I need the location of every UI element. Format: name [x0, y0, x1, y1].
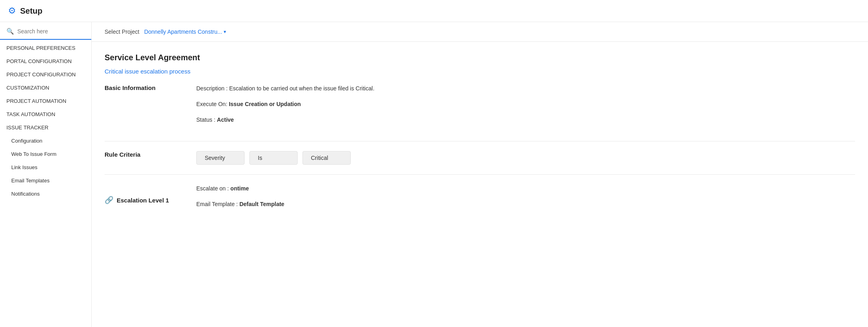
search-icon: 🔍 — [6, 28, 14, 35]
description-row: Description : Escalation to be carried o… — [196, 84, 855, 93]
escalate-on-row: Escalate on : ontime — [196, 184, 855, 193]
email-template-label: Email Template : — [196, 201, 238, 207]
sidebar-sub-item-web-to-issue-form[interactable]: Web To Issue Form — [0, 147, 91, 161]
escalate-value: ontime — [230, 185, 249, 192]
content-body: Service Level Agreement Critical issue e… — [92, 42, 868, 227]
description-value: Escalation to be carried out when the is… — [229, 85, 374, 92]
main-layout: 🔍 PERSONAL PREFERENCES PORTAL CONFIGURAT… — [0, 22, 868, 327]
escalation-level-title: 🔗 Escalation Level 1 — [105, 184, 177, 216]
criteria-critical: Critical — [302, 151, 351, 165]
sidebar-sub-item-email-templates[interactable]: Email Templates — [0, 174, 91, 187]
sidebar-item-personal-preferences[interactable]: PERSONAL PREFERENCES — [0, 41, 91, 55]
rule-criteria-details: Severity Is Critical — [196, 151, 855, 165]
sidebar-nav: PERSONAL PREFERENCES PORTAL CONFIGURATIO… — [0, 41, 91, 200]
status-label: Status : — [196, 116, 215, 123]
rule-criteria-section: Rule Criteria Severity Is Critical — [105, 151, 855, 165]
sidebar-item-portal-configuration[interactable]: PORTAL CONFIGURATION — [0, 55, 91, 68]
basic-info-section: Basic Information Description : Escalati… — [105, 84, 855, 131]
clip-icon: 🔗 — [105, 196, 113, 204]
execute-row: Execute On: Issue Creation or Updation — [196, 100, 855, 108]
email-template-value: Default Template — [239, 201, 284, 207]
escalation-link[interactable]: Critical issue escalation process — [105, 68, 190, 75]
section-divider-2 — [105, 174, 855, 175]
project-name: Donnelly Apartments Constru... — [144, 29, 222, 35]
main-content: Select Project Donnelly Apartments Const… — [92, 22, 868, 327]
execute-value: Issue Creation or Updation — [229, 101, 301, 107]
gear-icon: ⚙ — [8, 6, 16, 16]
page-title: Service Level Agreement — [105, 53, 855, 62]
status-value: Active — [217, 116, 234, 123]
search-input[interactable] — [17, 28, 85, 35]
basic-info-label: Basic Information — [105, 84, 177, 131]
basic-info-details: Description : Escalation to be carried o… — [196, 84, 855, 131]
top-bar: Select Project Donnelly Apartments Const… — [92, 22, 868, 42]
app-header: ⚙ Setup — [0, 0, 868, 22]
escalate-label: Escalate on : — [196, 185, 229, 192]
escalation-level-details: Escalate on : ontime Email Template : De… — [196, 184, 855, 216]
sidebar-item-project-automation[interactable]: PROJECT AUTOMATION — [0, 94, 91, 108]
rule-criteria-label: Rule Criteria — [105, 151, 177, 165]
sidebar-item-customization[interactable]: CUSTOMIZATION — [0, 81, 91, 94]
search-container: 🔍 — [0, 22, 91, 40]
sidebar-item-issue-tracker[interactable]: ISSUE TRACKER — [0, 121, 91, 134]
app-title: Setup — [20, 6, 43, 16]
sidebar: 🔍 PERSONAL PREFERENCES PORTAL CONFIGURAT… — [0, 22, 92, 327]
section-divider-1 — [105, 141, 855, 141]
execute-label: Execute On: — [196, 101, 227, 107]
sidebar-sub-item-notifications[interactable]: Notifications — [0, 187, 91, 200]
criteria-severity: Severity — [196, 151, 245, 165]
chevron-down-icon: ▾ — [224, 29, 226, 35]
escalation-level-section: 🔗 Escalation Level 1 Escalate on : ontim… — [105, 184, 855, 216]
criteria-row: Severity Is Critical — [196, 151, 855, 165]
criteria-is: Is — [249, 151, 298, 165]
sidebar-sub-item-configuration[interactable]: Configuration — [0, 134, 91, 147]
project-selector[interactable]: Donnelly Apartments Constru... ▾ — [144, 29, 226, 35]
sidebar-item-project-configuration[interactable]: PROJECT CONFIGURATION — [0, 68, 91, 81]
description-label: Description : — [196, 85, 228, 92]
escalation-level-text: Escalation Level 1 — [117, 197, 169, 204]
sidebar-sub-item-link-issues[interactable]: Link Issues — [0, 161, 91, 174]
select-project-label: Select Project — [105, 29, 139, 35]
email-template-row: Email Template : Default Template — [196, 200, 855, 208]
sidebar-item-task-automation[interactable]: TASK AUTOMATION — [0, 108, 91, 121]
status-row: Status : Active — [196, 116, 855, 124]
